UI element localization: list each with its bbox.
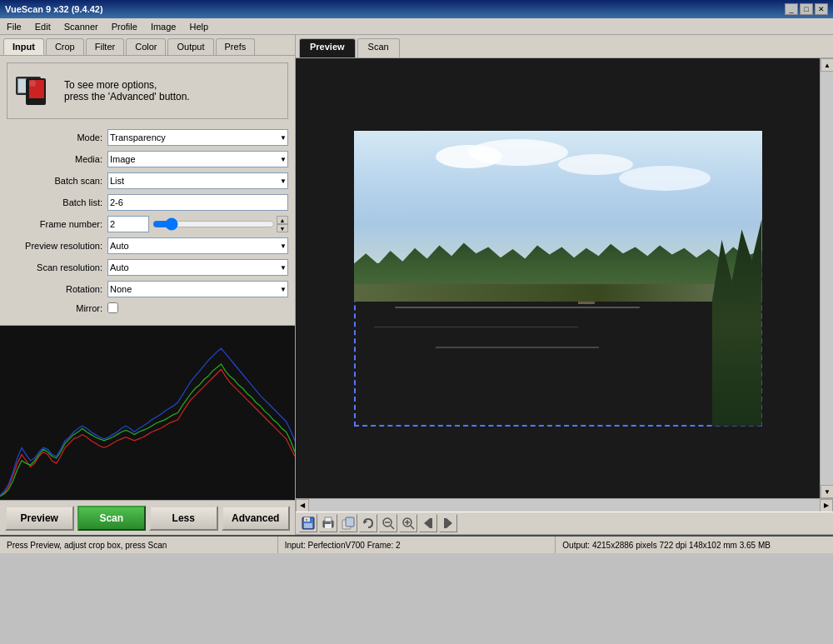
mirror-row: Mirror: — [7, 302, 288, 313]
batch-list-input[interactable] — [107, 194, 288, 211]
toolbar-forward-button[interactable] — [439, 514, 457, 532]
status-right-text: Output: 4215x2886 pixels 722 dpi 148x102… — [562, 541, 771, 550]
svg-rect-10 — [306, 519, 307, 521]
preview-res-select[interactable]: Auto 72 150 300 — [107, 237, 288, 254]
tab-filter[interactable]: Filter — [86, 38, 124, 55]
batch-scan-label: Batch scan: — [7, 176, 102, 186]
bottom-bar: Preview Scan Less Advanced — [0, 500, 295, 535]
toolbar-print-button[interactable] — [319, 514, 337, 532]
frame-spin-down[interactable]: ▼ — [277, 224, 288, 232]
scan-res-row: Scan resolution: Auto 300 600 1200 2400 — [7, 259, 288, 276]
title-bar: VueScan 9 x32 (9.4.42) _ □ ✕ — [0, 0, 833, 18]
scan-res-label: Scan resolution: — [7, 262, 102, 272]
histogram-svg — [0, 326, 295, 500]
preview-res-select-wrapper[interactable]: Auto 72 150 300 — [107, 237, 288, 254]
toolbar-copy-button[interactable] — [339, 514, 357, 532]
svg-line-19 — [391, 526, 394, 529]
menu-help[interactable]: Help — [186, 21, 212, 32]
vertical-scrollbar: ▲ ▼ — [820, 58, 833, 498]
menu-edit[interactable]: Edit — [32, 21, 54, 32]
mode-row: Mode: Transparency Flatbed Slide — [7, 129, 288, 146]
mode-select-wrapper[interactable]: Transparency Flatbed Slide — [107, 129, 288, 146]
frame-number-label: Frame number: — [7, 219, 102, 229]
cloud3 — [558, 154, 633, 175]
frame-number-input[interactable] — [107, 216, 149, 232]
status-left-text: Press Preview, adjust crop box, press Sc… — [7, 541, 167, 550]
media-select[interactable]: Image Slide Negative — [107, 151, 288, 167]
menu-profile[interactable]: Profile — [108, 21, 141, 32]
back-icon — [421, 517, 435, 530]
rotation-select-wrapper[interactable]: None 90 CW 90 CCW 180 — [107, 281, 288, 297]
mode-select[interactable]: Transparency Flatbed Slide — [107, 129, 288, 146]
scan-button[interactable]: Scan — [77, 506, 147, 531]
frame-slider[interactable] — [152, 218, 275, 230]
mirror-checkbox[interactable] — [107, 302, 118, 313]
svg-rect-16 — [346, 517, 354, 527]
frame-number-row: Frame number: ▲ ▼ — [7, 216, 288, 232]
scroll-down-arrow[interactable]: ▼ — [821, 485, 833, 498]
zoom-in-icon — [402, 517, 415, 530]
save-icon — [302, 517, 315, 530]
svg-rect-13 — [325, 524, 332, 528]
tab-output[interactable]: Output — [167, 38, 213, 55]
zoom-out-icon — [382, 517, 395, 530]
slide-mount — [337, 116, 779, 441]
toolbar-bar — [296, 512, 833, 535]
mirror-label: Mirror: — [7, 303, 102, 313]
media-select-wrapper[interactable]: Image Slide Negative — [107, 151, 288, 167]
shoreline — [354, 284, 762, 302]
rotation-select[interactable]: None 90 CW 90 CCW 180 — [107, 281, 288, 297]
advanced-button[interactable]: Advanced — [222, 506, 291, 531]
svg-rect-6 — [0, 326, 295, 500]
info-line1: To see more options, — [64, 79, 157, 91]
scroll-up-arrow[interactable]: ▲ — [821, 58, 833, 72]
preview-res-row: Preview resolution: Auto 72 150 300 — [7, 237, 288, 254]
less-button[interactable]: Less — [149, 506, 218, 531]
app-title: VueScan 9 x32 (9.4.42) — [5, 4, 103, 14]
tab-scan[interactable]: Scan — [357, 38, 400, 57]
status-center-text: Input: PerfectionV700 Frame: 2 — [285, 541, 401, 550]
undo-icon — [362, 517, 375, 530]
tab-input[interactable]: Input — [3, 38, 44, 55]
svg-rect-12 — [325, 517, 332, 522]
preview-res-label: Preview resolution: — [7, 241, 102, 251]
scan-res-select[interactable]: Auto 300 600 1200 2400 — [107, 259, 288, 276]
menu-file[interactable]: File — [3, 21, 25, 32]
toolbar-zoom-in-button[interactable] — [399, 514, 417, 532]
menu-scanner[interactable]: Scanner — [61, 21, 102, 32]
right-tabs: Preview Scan — [296, 35, 833, 58]
dock — [578, 302, 595, 304]
left-content: To see more options, press the 'Advanced… — [0, 56, 295, 325]
maximize-button[interactable]: □ — [800, 3, 813, 15]
scroll-track[interactable] — [821, 72, 833, 485]
batch-scan-select[interactable]: Off List Sequential — [107, 172, 288, 189]
toolbar-back-button[interactable] — [419, 514, 437, 532]
close-button[interactable]: ✕ — [815, 3, 828, 15]
window-controls[interactable]: _ □ ✕ — [785, 3, 828, 15]
info-text: To see more options, press the 'Advanced… — [64, 79, 190, 102]
toolbar-zoom-out-button[interactable] — [379, 514, 397, 532]
copy-icon — [342, 517, 355, 530]
media-label: Media: — [7, 154, 102, 164]
svg-rect-26 — [430, 518, 432, 528]
toolbar-save-button[interactable] — [299, 514, 317, 532]
tab-color[interactable]: Color — [126, 38, 166, 55]
frame-spin-up[interactable]: ▲ — [277, 216, 288, 224]
tab-crop[interactable]: Crop — [46, 38, 84, 55]
scroll-left-arrow[interactable]: ◀ — [296, 499, 309, 512]
tab-preview[interactable]: Preview — [299, 38, 356, 57]
minimize-button[interactable]: _ — [785, 3, 798, 15]
batch-scan-select-wrapper[interactable]: Off List Sequential — [107, 172, 288, 189]
svg-rect-9 — [304, 523, 312, 528]
preview-button[interactable]: Preview — [5, 506, 74, 531]
menu-image[interactable]: Image — [147, 21, 180, 32]
batch-scan-row: Batch scan: Off List Sequential — [7, 172, 288, 189]
print-icon — [322, 517, 335, 530]
toolbar-undo-button[interactable] — [359, 514, 377, 532]
tab-prefs[interactable]: Prefs — [216, 38, 256, 55]
water — [354, 293, 762, 427]
status-bar: Press Preview, adjust crop box, press Sc… — [0, 535, 833, 553]
scroll-right-arrow[interactable]: ▶ — [820, 499, 833, 512]
h-scroll-track[interactable] — [309, 499, 820, 512]
scan-res-select-wrapper[interactable]: Auto 300 600 1200 2400 — [107, 259, 288, 276]
